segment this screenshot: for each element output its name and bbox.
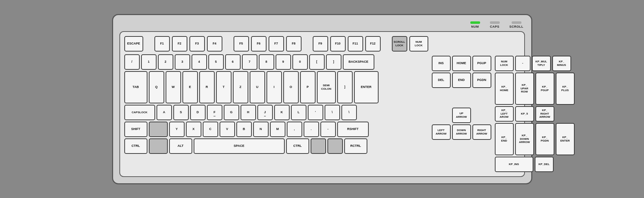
key-rctrl[interactable]: RCTRL: [344, 138, 367, 154]
key-period[interactable]: .: [304, 122, 319, 137]
key-kp-pgdn[interactable]: KP_PGDN: [535, 123, 554, 155]
key-u[interactable]: U: [250, 71, 265, 103]
key-quote[interactable]: ': [308, 105, 323, 120]
key-f1[interactable]: F1: [154, 36, 170, 52]
key-capslock[interactable]: CAPSLOCK: [124, 105, 155, 120]
key-shift[interactable]: SHIFT: [124, 122, 147, 137]
key-f7[interactable]: F7: [269, 36, 284, 52]
key-f[interactable]: F: [207, 105, 222, 120]
key-d[interactable]: D: [190, 105, 206, 120]
key-kp-ins[interactable]: KP_INS: [495, 157, 533, 172]
key-x[interactable]: X: [186, 122, 201, 137]
key-n[interactable]: N: [253, 122, 269, 137]
key-p[interactable]: P: [300, 71, 316, 103]
key-b[interactable]: B: [236, 122, 252, 137]
key-t[interactable]: T: [216, 71, 231, 103]
key-kp-enter[interactable]: KP_ENTER: [556, 123, 575, 155]
key-f9[interactable]: F9: [313, 36, 328, 52]
key-pgup[interactable]: PGUP: [472, 56, 491, 71]
key-escape[interactable]: ESCAPE: [124, 36, 143, 52]
key-backslash1[interactable]: \: [325, 105, 340, 120]
key-kp-home[interactable]: KP_HOME: [495, 73, 514, 105]
key-kp-pgup[interactable]: KP_PGUP: [535, 73, 554, 105]
key-space[interactable]: SPACE: [194, 138, 285, 154]
key-9[interactable]: 9: [276, 54, 291, 70]
key-minus[interactable]: -: [320, 122, 336, 137]
key-kp-right[interactable]: KP_RIGHTARROW: [535, 106, 554, 122]
key-ctrl-right[interactable]: CTRL: [286, 138, 309, 154]
key-kp-dash[interactable]: -: [515, 56, 531, 71]
key-kp-plus[interactable]: KP_PLUS: [556, 73, 575, 105]
key-kp-down[interactable]: KP_DOWNARROW: [515, 123, 534, 155]
key-semicolon[interactable]: SEMICOLON: [317, 71, 336, 103]
key-v[interactable]: V: [220, 122, 235, 137]
key-kp-up[interactable]: KP_UPARROW: [515, 73, 534, 105]
key-rshift[interactable]: RSHIFT: [337, 122, 369, 137]
key-f11[interactable]: F11: [348, 36, 363, 52]
key-backspace[interactable]: BACKSPACE: [343, 54, 374, 70]
key-tab[interactable]: TAB: [124, 71, 147, 103]
key-5[interactable]: 5: [208, 54, 224, 70]
key-f8[interactable]: F8: [286, 36, 302, 52]
key-f6[interactable]: F6: [251, 36, 266, 52]
key-q[interactable]: Q: [149, 71, 164, 103]
key-up-arrow[interactable]: UPARROW: [452, 108, 471, 123]
key-k[interactable]: K: [274, 105, 290, 120]
key-scroll-lock-sys[interactable]: SCROLLLOCK: [392, 36, 407, 52]
key-kp-del[interactable]: KP_DEL: [535, 157, 554, 172]
key-ins[interactable]: INS: [432, 56, 451, 71]
key-lbracket[interactable]: [: [309, 54, 325, 70]
key-num-lock[interactable]: NUMLOCK: [495, 56, 514, 71]
key-slash[interactable]: /: [124, 54, 140, 70]
key-l[interactable]: L: [291, 105, 306, 120]
key-rbracket[interactable]: ]: [326, 54, 341, 70]
key-down-arrow[interactable]: DOWNARROW: [452, 124, 471, 140]
key-r[interactable]: R: [199, 71, 215, 103]
key-kp-end[interactable]: KP_END: [495, 123, 514, 155]
key-2[interactable]: 2: [158, 54, 173, 70]
key-alt[interactable]: ALT: [169, 138, 192, 154]
key-m[interactable]: M: [270, 122, 285, 137]
key-y[interactable]: Y: [169, 122, 185, 137]
key-rbracket2[interactable]: ]: [337, 71, 353, 103]
key-f3[interactable]: F3: [189, 36, 205, 52]
key-end[interactable]: END: [452, 73, 471, 88]
key-ctrl[interactable]: CTRL: [124, 138, 147, 154]
key-e[interactable]: E: [182, 71, 198, 103]
key-right-arrow[interactable]: RIGHTARROW: [472, 124, 491, 140]
key-kp-multiply[interactable]: KP_MULTIPLY: [532, 56, 551, 71]
key-4[interactable]: 4: [192, 54, 207, 70]
key-f2[interactable]: F2: [172, 36, 187, 52]
key-f5[interactable]: F5: [234, 36, 249, 52]
key-backslash2[interactable]: \: [341, 105, 357, 120]
key-7[interactable]: 7: [242, 54, 257, 70]
key-kp-5[interactable]: KP_5: [515, 106, 534, 122]
key-a[interactable]: A: [157, 105, 172, 120]
key-o[interactable]: O: [283, 71, 299, 103]
key-h[interactable]: H: [241, 105, 256, 120]
key-j[interactable]: J: [257, 105, 273, 120]
key-kp-minus[interactable]: KP_MINUS: [552, 56, 571, 71]
key-i[interactable]: I: [266, 71, 282, 103]
key-0[interactable]: 0: [292, 54, 308, 70]
key-left-arrow[interactable]: LEFTARROW: [432, 124, 451, 140]
key-8[interactable]: 8: [259, 54, 274, 70]
key-comma[interactable]: ,: [287, 122, 302, 137]
key-kp-left[interactable]: KP_LEFTAROW: [495, 106, 514, 122]
key-pgdn[interactable]: PGDN: [472, 73, 491, 88]
key-3[interactable]: 3: [175, 54, 190, 70]
key-del[interactable]: DEL: [432, 73, 451, 88]
key-w[interactable]: W: [166, 71, 181, 103]
key-enter[interactable]: ENTER: [354, 71, 379, 103]
key-6[interactable]: 6: [225, 54, 241, 70]
key-c[interactable]: C: [203, 122, 218, 137]
key-f4[interactable]: F4: [207, 36, 222, 52]
key-home[interactable]: HOME: [452, 56, 471, 71]
key-g[interactable]: G: [224, 105, 239, 120]
key-z[interactable]: Z: [233, 71, 248, 103]
key-s[interactable]: S: [173, 105, 189, 120]
key-f12[interactable]: F12: [365, 36, 381, 52]
key-num-lock-sys[interactable]: NUMLOCK: [409, 36, 428, 52]
key-f10[interactable]: F10: [330, 36, 346, 52]
key-1[interactable]: 1: [141, 54, 157, 70]
